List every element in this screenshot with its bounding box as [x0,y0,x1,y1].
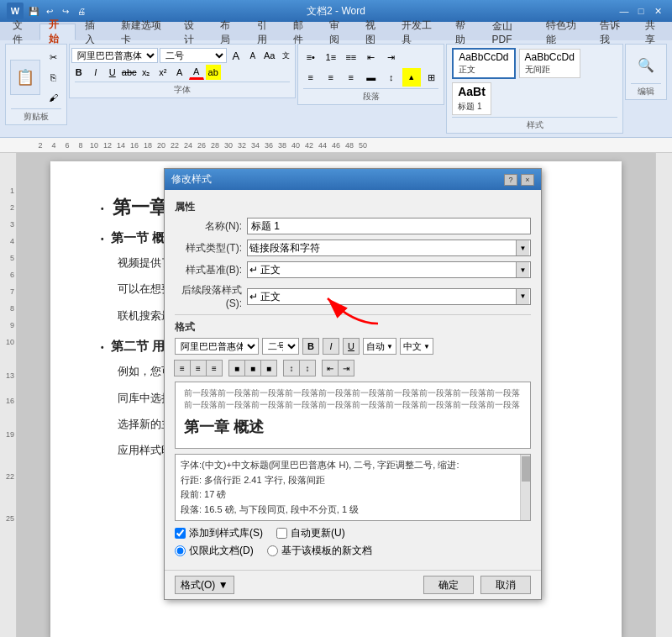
preview-sample-text: 前一段落前一段落前一段落前一段落前一段落前一段落前一段落前一段落前一段落前一段落… [184,387,522,411]
pinyin-button[interactable]: 文 [279,48,294,63]
tab-start[interactable]: 开始 [39,24,76,40]
only-doc-input[interactable] [175,545,186,556]
cut-button[interactable]: ✂ [44,48,62,66]
clear-format-button[interactable]: Aa [262,48,277,63]
only-doc-label: 仅限此文档(D) [189,544,254,558]
fmt-lang-button[interactable]: 中文 ▼ [400,338,433,355]
superscript-button[interactable]: x² [155,65,171,80]
line-spacing-increase-button[interactable]: ↕ [299,360,316,376]
subscript-button[interactable]: x₂ [139,65,154,80]
style-no-spacing[interactable]: AaBbCcDd无间距 [519,49,580,78]
tab-pdf[interactable]: 金山PDF [483,24,537,40]
fmt-italic-button[interactable]: I [323,338,339,355]
font-size-select[interactable]: 二号 [160,48,227,63]
tab-view[interactable]: 视图 [356,24,392,40]
paste-button[interactable]: 📋 [10,60,40,95]
justify-right-button[interactable]: ■ [260,360,277,376]
justify-left-button[interactable]: ■ [228,360,245,376]
name-input[interactable] [247,218,531,234]
tab-references[interactable]: 引用 [248,24,284,40]
description-scrollbar[interactable] [520,455,530,520]
dialog-close-button[interactable]: × [521,174,534,186]
auto-update-checkbox[interactable]: 自动更新(U) [276,526,345,540]
text-color-button[interactable]: A [189,65,204,80]
align-center-button[interactable]: ≡ [322,68,340,87]
maximize-button[interactable]: □ [633,4,648,18]
group-paragraph: ≡• 1≡ ≡≡ ⇤ ⇥ ≡ ≡ ≡ ▬ ↕ ▲ ⊞ 段落 [297,44,444,105]
style-base-select[interactable]: ↵ 正文 [247,261,531,278]
tab-insert[interactable]: 插入 [76,24,112,40]
fmt-color-button[interactable]: 自动 ▼ [363,338,396,355]
font-name-select[interactable]: 阿里巴巴普惠体 [71,48,158,63]
add-to-gallery-checkbox[interactable]: 添加到样式库(S) [175,526,263,540]
align-right-button[interactable]: ≡ [206,360,223,376]
line-spacing-button[interactable]: ↕ [382,68,401,87]
align-left-button[interactable]: ≡ [302,68,320,87]
format-painter-button[interactable]: 🖌 [44,88,62,107]
numbering-button[interactable]: 1≡ [322,48,340,66]
group-editing: 🔍 编辑 [625,44,667,100]
save-icon[interactable]: 💾 [27,4,40,18]
minimize-button[interactable]: — [617,4,632,18]
tab-share[interactable]: 共享 [636,24,672,40]
tab-mailings[interactable]: 邮件 [284,24,320,40]
auto-update-input[interactable] [276,528,287,539]
increase-indent-button[interactable]: ⇥ [382,48,401,66]
align-left-button[interactable]: ≡ [174,360,191,376]
cancel-button[interactable]: 取消 [480,576,531,594]
tab-developer[interactable]: 开发工具 [392,24,446,40]
tab-layout[interactable]: 布局 [211,24,247,40]
fill-color-button[interactable]: ▲ [402,68,421,87]
strikethrough-button[interactable]: abc [122,65,137,80]
modify-style-dialog[interactable]: 修改样式 ? × 属性 名称(N): 样式类型(T): 链接段落和字符 [164,168,542,600]
fmt-font-select[interactable]: 阿里巴巴普惠体 [175,338,259,355]
add-to-gallery-input[interactable] [175,528,186,539]
style-type-select[interactable]: 链接段落和字符 [247,240,531,256]
undo-icon[interactable]: ↩ [43,4,56,18]
justify-center-button[interactable]: ■ [244,360,261,376]
tab-features[interactable]: 特色功能 [537,24,591,40]
copy-button[interactable]: ⎘ [44,68,62,87]
group-styles: AaBbCcDd正文 AaBbCcDd无间距 AaBt标题 1 样式 [446,44,623,134]
indent-increase-button[interactable]: ⇥ [338,360,354,376]
close-button[interactable]: ✕ [650,4,665,18]
justify-button[interactable]: ▬ [362,68,381,87]
tab-new-tab[interactable]: 新建选项卡 [112,24,175,40]
font-shrink-button[interactable]: A [245,48,260,63]
new-docs-input[interactable] [267,545,278,556]
line-spacing-decrease-button[interactable]: ↕ [283,360,300,376]
tab-design[interactable]: 设计 [175,24,211,40]
decrease-indent-button[interactable]: ⇤ [362,48,381,66]
highlight-button[interactable]: ab [206,65,221,80]
style-heading1[interactable]: AaBt标题 1 [452,82,491,115]
tab-review[interactable]: 审阅 [320,24,356,40]
dialog-footer: 格式(O) ▼ 确定 取消 [165,570,541,599]
underline-button[interactable]: U [105,65,120,80]
new-docs-radio[interactable]: 基于该模板的新文档 [267,544,372,558]
indent-decrease-button[interactable]: ⇤ [322,360,339,376]
tab-file[interactable]: 文件 [3,24,39,40]
format-dropdown-button[interactable]: 格式(O) ▼ [175,576,234,594]
text-effect-button[interactable]: A [172,65,187,80]
ok-button[interactable]: 确定 [423,576,474,594]
italic-button[interactable]: I [88,65,103,80]
dialog-help-button[interactable]: ? [504,174,517,186]
find-button[interactable]: 🔍 [633,48,659,82]
style-normal[interactable]: AaBbCcDd正文 [452,48,515,79]
print-preview-icon[interactable]: 🖨 [75,4,88,18]
border-button[interactable]: ⊞ [423,68,441,87]
redo-icon[interactable]: ↪ [59,4,72,18]
next-style-select[interactable]: ↵ 正文 [247,288,531,305]
only-doc-radio[interactable]: 仅限此文档(D) [175,544,254,558]
fmt-bold-button[interactable]: B [302,338,319,355]
fmt-size-select[interactable]: 二号 [262,338,299,355]
multilevel-list-button[interactable]: ≡≡ [342,48,360,66]
bold-button[interactable]: B [71,65,87,80]
align-right-button[interactable]: ≡ [342,68,360,87]
tab-tell-me[interactable]: 告诉我 [591,24,636,40]
fmt-underline-button[interactable]: U [343,338,360,355]
tab-help[interactable]: 帮助 [446,24,482,40]
bullets-button[interactable]: ≡• [302,48,320,66]
font-grow-button[interactable]: A [228,48,244,63]
align-center-button[interactable]: ≡ [190,360,207,376]
